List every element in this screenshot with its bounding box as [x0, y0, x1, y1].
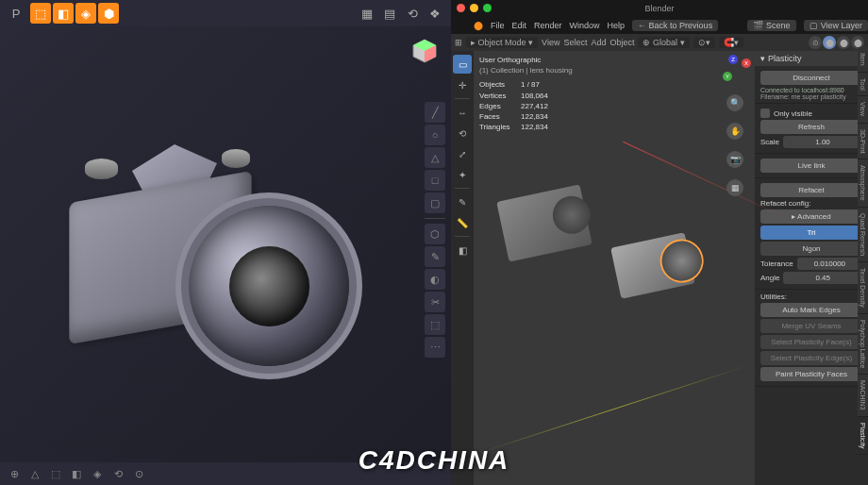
snap-4[interactable]: ◧ [68, 465, 85, 482]
vtab-machin3[interactable]: MACHIN3 [858, 375, 868, 417]
vtab-plasticity[interactable]: Plasticity [858, 417, 868, 456]
pivot-dropdown[interactable]: ⊙▾ [693, 37, 715, 48]
cut-tool[interactable]: ✂ [425, 292, 445, 312]
scale-tool[interactable]: ⤢ [453, 144, 472, 163]
sketch-tool[interactable]: ✎ [425, 246, 445, 267]
transform-tool[interactable]: ✦ [453, 165, 472, 184]
vtab-item[interactable]: Item [858, 47, 868, 73]
maximize-window[interactable] [483, 4, 492, 12]
snap-7[interactable]: ⊙ [130, 465, 147, 482]
matprev-shading[interactable]: ⬤ [837, 36, 850, 49]
tri-option[interactable]: Tri [760, 226, 862, 240]
snap-5[interactable]: ◈ [89, 465, 106, 482]
scale-field[interactable]: 1.00 [783, 136, 862, 148]
merge-uv-button[interactable]: Merge UV Seams [760, 319, 862, 333]
mode-dropdown[interactable]: ▸ Object Mode ▾ [466, 37, 538, 48]
select-faces-button[interactable]: Select Plasticity Face(s) [760, 335, 862, 349]
only-visible-checkbox[interactable] [760, 109, 770, 118]
snap-3[interactable]: ⬚ [47, 465, 64, 482]
blender-viewport[interactable]: User Orthographic (1) Collection | lens … [474, 51, 755, 485]
measure-tool[interactable]: 📏 [453, 213, 472, 232]
more-tool[interactable]: ⋯ [425, 337, 445, 358]
disconnect-button[interactable]: Disconnect [760, 71, 862, 85]
select-mode-1[interactable]: ⬚ [30, 3, 51, 24]
snap-dropdown[interactable]: 🧲▾ [719, 37, 743, 48]
select-edges-button[interactable]: Select Plasticity Edge(s) [760, 351, 862, 365]
annotate-tool[interactable]: ✎ [453, 192, 472, 211]
select-mode-3[interactable]: ◈ [75, 3, 96, 24]
vtab-atmosphere[interactable]: Atmosphere [858, 159, 868, 208]
rect-tool[interactable]: ▢ [425, 192, 445, 213]
object-menu-vp[interactable]: Object [609, 38, 634, 47]
add-cube-tool[interactable]: ◧ [453, 241, 472, 259]
vtab-texel[interactable]: Texel Density [858, 262, 868, 314]
camera-mesh [38, 92, 359, 413]
file-menu[interactable]: File [491, 21, 505, 30]
viewport-header: ⊞ ▸ Object Mode ▾ View Select Add Object… [451, 34, 868, 51]
render-menu[interactable]: Render [534, 21, 562, 30]
stat-faces-label: Faces [479, 111, 515, 122]
view-btn-3[interactable]: ⟲ [402, 3, 423, 24]
refresh-button[interactable]: Refresh [760, 120, 862, 134]
nav-gizmo[interactable]: X Y Z [721, 55, 749, 83]
camera-object-lowpoly[interactable] [496, 184, 593, 261]
wireframe-shading[interactable]: ⊙ [809, 36, 822, 49]
help-menu[interactable]: Help [608, 21, 626, 30]
angle-field[interactable]: 0.45 [783, 272, 862, 284]
circle-tool[interactable]: ○ [425, 125, 445, 145]
solid-shading[interactable]: ⬤ [823, 36, 836, 49]
plasticity-viewport[interactable]: ╱ ○ △ □ ▢ ⬡ ✎ ◐ ✂ ⬚ ⋯ [0, 26, 451, 462]
select-menu-vp[interactable]: Select [563, 38, 587, 47]
rotate-tool[interactable]: ⟲ [453, 124, 472, 142]
select-box-tool[interactable]: ▭ [453, 55, 472, 74]
perspective-icon[interactable]: ▦ [726, 179, 743, 196]
frame-tool[interactable]: ⬚ [425, 314, 445, 335]
viewlayer-dropdown[interactable]: ▢ View Layer [804, 20, 868, 31]
pan-icon[interactable]: ✋ [726, 123, 743, 140]
edit-menu[interactable]: Edit [512, 21, 527, 30]
triangle-tool[interactable]: △ [425, 147, 445, 168]
camera-icon[interactable]: 📷 [726, 151, 743, 168]
camera-object-selected[interactable] [610, 232, 695, 298]
view-menu-vp[interactable]: View [542, 38, 559, 47]
auto-mark-button[interactable]: Auto Mark Edges [760, 303, 862, 317]
view-btn-4[interactable]: ❖ [425, 3, 445, 24]
editor-type-icon[interactable]: ⊞ [455, 38, 462, 47]
select-mode-2[interactable]: ◧ [53, 3, 74, 24]
snap-2[interactable]: △ [26, 465, 43, 482]
select-mode-4[interactable]: ⬢ [98, 3, 119, 24]
box-tool[interactable]: □ [425, 170, 445, 191]
move-tool[interactable]: ↔ [453, 103, 472, 122]
vtab-3dprint[interactable]: 3D-Print [858, 124, 868, 160]
vtab-polychop[interactable]: Polychop Lattice [858, 314, 868, 375]
zoom-icon[interactable]: 🔍 [726, 94, 743, 111]
tolerance-field[interactable]: 0.010000 [797, 258, 862, 270]
snap-6[interactable]: ⟲ [109, 465, 126, 482]
tolerance-label: Tolerance [760, 259, 793, 268]
live-link-button[interactable]: Live link [760, 159, 862, 173]
close-window[interactable] [457, 4, 465, 12]
view-btn-2[interactable]: ▤ [379, 3, 400, 24]
vtab-quad[interactable]: Quad Remesh [858, 208, 868, 262]
plasticity-statusbar: ⊕ △ ⬚ ◧ ◈ ⟲ ⊙ [0, 462, 451, 485]
cursor-tool[interactable]: ✛ [453, 75, 472, 94]
minimize-window[interactable] [470, 4, 478, 12]
scene-dropdown[interactable]: 🎬 Scene [747, 20, 796, 31]
shade-tool[interactable]: ◐ [425, 269, 445, 290]
ngon-option[interactable]: Ngon [760, 242, 862, 256]
snap-1[interactable]: ⊕ [6, 465, 23, 482]
orientation-dropdown[interactable]: ⊕ Global ▾ [638, 37, 689, 48]
nav-cube[interactable] [409, 36, 440, 66]
view-btn-1[interactable]: ▦ [357, 3, 377, 24]
refacet-button[interactable]: Refacet [760, 183, 862, 197]
window-menu[interactable]: Window [570, 21, 600, 30]
vtab-tool[interactable]: Tool [858, 73, 868, 97]
add-menu-vp[interactable]: Add [591, 38, 606, 47]
panel-title[interactable]: ▾ Plasticity [755, 51, 868, 66]
line-tool[interactable]: ╱ [425, 102, 445, 123]
poly-tool[interactable]: ⬡ [425, 224, 445, 244]
back-to-previous-button[interactable]: ← Back to Previous [632, 20, 718, 31]
vtab-view[interactable]: View [858, 96, 868, 123]
paint-faces-button[interactable]: Paint Plasticity Faces [760, 367, 862, 381]
app-logo[interactable]: P [6, 3, 26, 24]
